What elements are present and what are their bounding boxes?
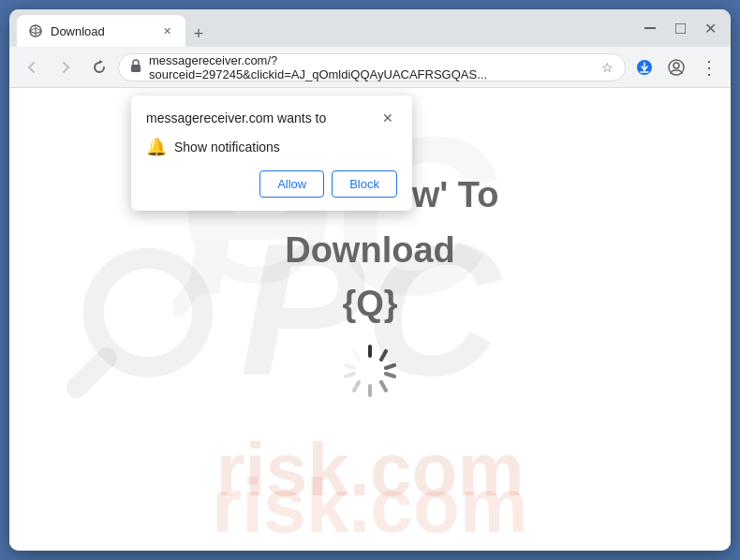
svg-line-24 [346,374,354,376]
bell-icon: 🔔 [146,137,167,157]
profile-icon[interactable] [661,52,691,82]
menu-icon[interactable]: ⋮ [693,52,723,82]
minimize-button[interactable] [637,15,663,41]
popup-actions: Allow Block [146,170,397,198]
new-tab-button[interactable]: + [185,21,212,47]
svg-line-23 [354,382,359,391]
svg-line-18 [381,351,386,360]
window-controls: ✕ [637,15,723,41]
main-code: {Q} [9,284,731,324]
svg-rect-4 [131,65,141,72]
loading-spinner: @keyframes spin { from{transform-origin:… [9,343,731,399]
download-icon[interactable] [629,52,659,82]
refresh-button[interactable] [84,52,114,82]
svg-line-26 [354,351,359,360]
tab-title: Download [51,24,152,38]
security-lock-icon [130,59,141,75]
svg-point-9 [673,63,679,68]
svg-line-20 [386,374,394,376]
block-button[interactable]: Block [332,170,397,198]
toolbar: messagereceiver.com/?sourceid=297245&cli… [9,47,731,88]
bookmark-icon[interactable]: ☆ [601,60,614,75]
notification-popup: messagereceiver.com wants to ✕ 🔔 Show no… [131,96,412,211]
svg-rect-2 [644,27,656,29]
svg-line-19 [386,365,394,368]
svg-text:risk.com: risk.com [212,463,527,548]
popup-notification-row: 🔔 Show notifications [146,137,397,157]
popup-header: messagereceiver.com wants to ✕ [146,109,397,127]
popup-close-button[interactable]: ✕ [378,109,397,127]
back-button[interactable] [17,52,47,82]
forward-button[interactable] [51,52,81,82]
svg-line-25 [346,365,354,368]
tab-favicon [28,23,43,38]
popup-title: messagereceiver.com wants to [146,111,326,125]
address-bar[interactable]: messagereceiver.com/?sourceid=297245&cli… [118,53,626,81]
maximize-button[interactable] [667,15,693,41]
page-content: PC risk.com PC risk.com Click 'Allow' To… [9,88,731,551]
main-heading-line2: Download [9,228,731,273]
risk-watermark: risk.com [215,427,524,513]
tab-area: Download ✕ + [17,9,631,47]
notification-text: Show notifications [174,140,280,155]
svg-rect-3 [675,23,686,34]
tab-close-button[interactable]: ✕ [159,23,174,38]
title-bar: Download ✕ + ✕ [9,9,731,47]
url-text: messagereceiver.com/?sourceid=297245&cli… [149,53,594,81]
allow-button[interactable]: Allow [259,170,324,198]
active-tab[interactable]: Download ✕ [17,15,185,47]
browser-window: Download ✕ + ✕ [9,9,731,551]
svg-line-21 [381,382,386,391]
toolbar-actions: ⋮ [629,52,723,82]
close-button[interactable]: ✕ [697,15,723,41]
